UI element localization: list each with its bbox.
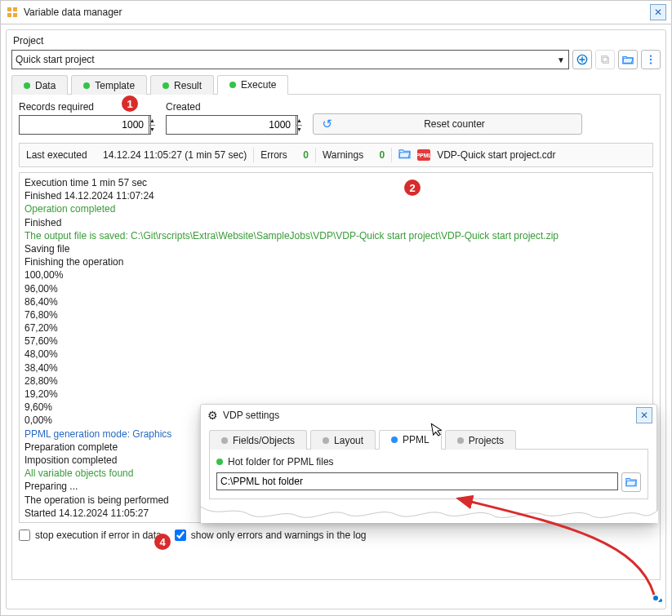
open-folder-button[interactable]: [398, 148, 411, 162]
only-errors-checkbox[interactable]: [175, 530, 186, 541]
more-menu-button[interactable]: [641, 50, 661, 69]
tab-data[interactable]: Data: [11, 75, 68, 95]
reset-counter-button[interactable]: ↻ Reset counter: [313, 113, 582, 135]
status-dot-icon: [391, 437, 398, 443]
status-dot-icon: [323, 437, 329, 444]
tab-execute-label: Execute: [241, 79, 276, 91]
tab-result-label: Result: [174, 80, 202, 91]
last-executed-value: 14.12.24 11:05:27 (1 min 57 sec): [103, 149, 247, 161]
tab-execute[interactable]: Execute: [217, 75, 288, 95]
annotation-arrow-icon: [442, 490, 670, 605]
project-select[interactable]: Quick start project ▼: [11, 50, 569, 69]
gear-icon: ⚙: [207, 409, 218, 422]
tab-fields-objects[interactable]: Fields/Objects: [209, 430, 307, 450]
spin-down-icon[interactable]: ▼: [296, 126, 302, 135]
tab-template-label: Template: [95, 80, 135, 91]
project-label: Project: [13, 35, 661, 47]
tab-layout[interactable]: Layout: [310, 430, 376, 450]
stop-on-error-field[interactable]: stop execution if error in data: [19, 530, 162, 541]
log-line: 28,80%: [24, 374, 648, 388]
tab-data-label: Data: [35, 80, 56, 91]
separator: [315, 148, 316, 162]
hot-folder-label: Hot folder for PPML files: [228, 456, 334, 468]
svg-point-8: [650, 59, 652, 60]
copy-project-button: [595, 50, 615, 69]
annotation-badge-1: 1: [122, 95, 138, 112]
stop-on-error-checkbox[interactable]: [19, 530, 30, 541]
spin-up-icon[interactable]: ▲: [296, 116, 302, 126]
undo-icon: ↻: [322, 117, 332, 131]
app-icon: [6, 6, 19, 19]
svg-point-7: [650, 55, 652, 56]
warnings-label: Warnings: [323, 149, 363, 161]
log-line: 96,00%: [24, 282, 648, 295]
vdp-settings-close-button[interactable]: ✕: [636, 407, 652, 423]
spin-down-icon[interactable]: ▼: [149, 126, 155, 135]
ppml-badge-icon: PPML: [417, 149, 430, 161]
reset-counter-label: Reset counter: [342, 118, 567, 130]
svg-rect-3: [13, 13, 17, 17]
annotation-badge-2: 2: [404, 179, 421, 196]
hot-folder-path-input[interactable]: [216, 472, 618, 490]
log-line: The output file is saved: C:\Git\rscript…: [24, 229, 648, 242]
settings-tabs: Fields/Objects Layout PPML Projects: [209, 429, 648, 450]
svg-rect-0: [7, 7, 11, 11]
records-required-input[interactable]: ▲▼: [19, 115, 151, 135]
separator: [391, 148, 392, 162]
browse-folder-button[interactable]: [621, 472, 641, 492]
window-titlebar: Variable data manager ✕: [1, 1, 671, 24]
tab-projects[interactable]: Projects: [445, 430, 516, 450]
stop-on-error-label: stop execution if error in data: [35, 530, 162, 541]
open-project-button[interactable]: [618, 50, 638, 69]
only-errors-field[interactable]: show only errors and warnings in the log: [175, 530, 367, 541]
vdp-settings-title: VDP settings: [223, 410, 279, 421]
tab-layout-label: Layout: [334, 435, 363, 446]
output-file-name[interactable]: VDP-Quick start project.cdr: [437, 149, 555, 161]
log-line: Operation completed: [24, 202, 648, 215]
log-line: 100,00%: [24, 268, 648, 281]
errors-label: Errors: [260, 149, 287, 161]
execution-info-bar: Last executed 14.12.24 11:05:27 (1 min 5…: [19, 143, 653, 167]
main-tabs: Data Template Result Execute: [11, 74, 661, 95]
log-line: Finishing the operation: [24, 255, 648, 268]
status-dot-icon: [24, 82, 30, 89]
tab-projects-label: Projects: [469, 435, 504, 446]
svg-rect-6: [603, 57, 608, 63]
created-label: Created: [166, 101, 298, 113]
add-project-button[interactable]: [572, 50, 592, 69]
log-line: Finished: [24, 216, 648, 229]
log-line: 67,20%: [24, 321, 648, 335]
log-line: 76,80%: [24, 308, 648, 321]
chevron-down-icon: ▼: [557, 55, 565, 64]
tab-template[interactable]: Template: [71, 75, 147, 95]
annotation-badge-4: 4: [154, 534, 171, 550]
warnings-count: 0: [379, 149, 385, 161]
log-line: 86,40%: [24, 295, 648, 308]
log-line: Saving file: [24, 242, 648, 255]
close-button[interactable]: ✕: [650, 4, 666, 20]
status-dot-icon: [162, 82, 169, 89]
created-input[interactable]: ▲▼: [166, 115, 298, 135]
last-executed-label: Last executed: [26, 149, 87, 161]
tab-result[interactable]: Result: [150, 75, 214, 95]
tab-ppml-label: PPML: [403, 434, 429, 445]
window-title: Variable data manager: [24, 7, 650, 18]
separator: [253, 148, 254, 162]
log-line: 57,60%: [24, 335, 648, 348]
records-required-value[interactable]: [20, 118, 149, 131]
status-dot-icon: [216, 459, 223, 465]
tab-fields-label: Fields/Objects: [233, 435, 295, 446]
created-value[interactable]: [167, 118, 296, 131]
log-line: 48,00%: [24, 348, 648, 361]
svg-point-9: [650, 62, 652, 64]
status-dot-icon: [83, 82, 90, 89]
log-line: Finished 14.12.2024 11:07:24: [24, 189, 648, 202]
errors-count: 0: [303, 149, 309, 161]
svg-rect-1: [13, 7, 17, 11]
log-line: 19,20%: [24, 388, 648, 401]
svg-rect-5: [602, 56, 607, 62]
status-dot-icon: [457, 437, 464, 444]
svg-rect-2: [7, 13, 11, 17]
only-errors-label: show only errors and warnings in the log: [191, 530, 367, 541]
spin-up-icon[interactable]: ▲: [149, 116, 155, 126]
